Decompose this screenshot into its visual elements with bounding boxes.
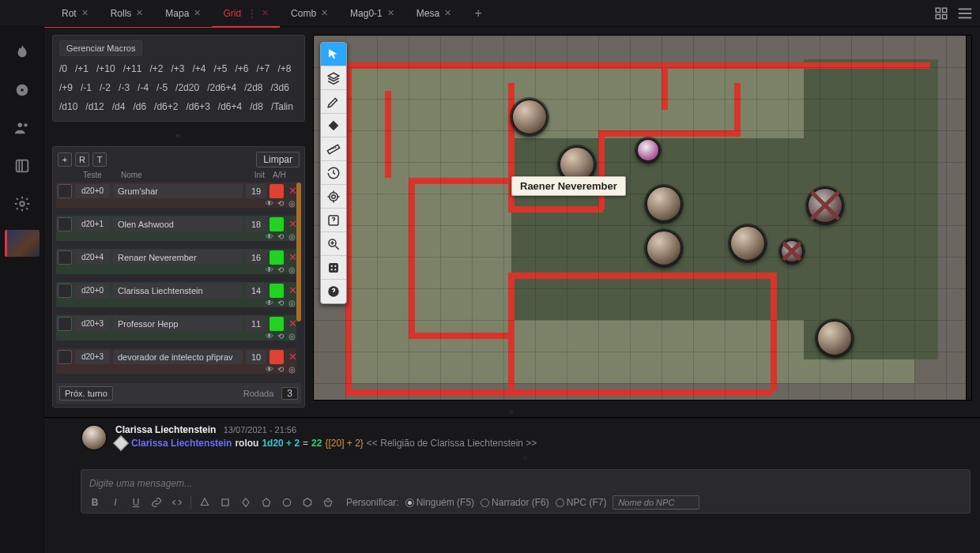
target-icon[interactable]: ◎	[287, 198, 296, 208]
format-italic-button[interactable]: I	[108, 495, 122, 510]
row-init[interactable]: 14	[246, 284, 266, 298]
macro-chip[interactable]: /-3	[119, 80, 130, 96]
initiative-row[interactable]: d20+1Olen Ashwood18✕👁⟲◎	[56, 216, 301, 241]
token-pc-4[interactable]	[816, 320, 853, 356]
macro-chip[interactable]: /0	[59, 61, 67, 77]
macro-chip[interactable]: /+10	[96, 61, 115, 77]
token-npc-1[interactable]	[511, 99, 548, 135]
next-turn-button[interactable]: Próx. turno	[59, 386, 113, 401]
tool-shapes[interactable]	[321, 114, 346, 137]
settings-icon[interactable]	[9, 191, 35, 216]
macro-chip[interactable]: /d10	[59, 99, 77, 115]
row-side-indicator[interactable]	[270, 217, 284, 231]
tool-dice[interactable]	[321, 256, 346, 280]
tool-draw[interactable]	[321, 90, 346, 114]
target-icon[interactable]: ◎	[287, 231, 296, 241]
macro-chip[interactable]: /-5	[156, 80, 168, 96]
tab-mapa[interactable]: Mapa✕	[154, 0, 212, 27]
macros-title[interactable]: Gerenciar Macros	[59, 40, 142, 56]
tool-pointer[interactable]	[321, 43, 346, 66]
macro-chip[interactable]: /-4	[138, 80, 149, 96]
target-icon[interactable]: ◎	[287, 364, 296, 374]
format-underline-button[interactable]: U	[129, 495, 143, 510]
macro-chip[interactable]: /+3	[171, 61, 184, 77]
eye-icon[interactable]: 👁	[265, 198, 274, 208]
format-code-button[interactable]	[170, 495, 184, 510]
macro-chip[interactable]: /d6	[133, 99, 146, 115]
home-flame-icon[interactable]	[9, 40, 35, 65]
macro-chip[interactable]: /+5	[213, 61, 227, 77]
token-dead-1[interactable]	[807, 187, 843, 224]
link-icon[interactable]: ⟲	[276, 231, 285, 241]
macro-chip[interactable]: /2d20	[175, 80, 199, 96]
target-icon[interactable]: ◎	[287, 298, 296, 307]
tool-layers[interactable]	[321, 66, 346, 90]
init-clear-button[interactable]: Limpar	[256, 152, 300, 167]
macro-chip[interactable]: /+6	[236, 61, 249, 77]
battle-map[interactable]: Raener Neverember	[313, 35, 972, 401]
macro-chip[interactable]: /3d6	[271, 80, 289, 96]
tab-rot[interactable]: Rot✕	[51, 0, 100, 27]
npc-name-field[interactable]: Nome do NPC	[612, 495, 699, 510]
insert-d20-icon[interactable]	[300, 495, 315, 510]
link-icon[interactable]: ⟲	[276, 331, 285, 340]
row-test[interactable]: d20+1	[75, 217, 110, 231]
macro-chip[interactable]: /+4	[192, 61, 205, 77]
macro-chip[interactable]: /+2	[149, 61, 163, 77]
row-checkbox[interactable]	[58, 217, 72, 231]
scene-thumbnail[interactable]	[5, 230, 40, 257]
insert-d100-icon[interactable]	[321, 495, 335, 510]
tab-mesa[interactable]: Mesa✕	[405, 0, 462, 27]
macro-chip[interactable]: /2d6+4	[207, 80, 236, 96]
insert-d12-icon[interactable]	[280, 495, 294, 510]
menu-icon[interactable]	[956, 5, 974, 22]
row-init[interactable]: 11	[246, 317, 266, 331]
chat-input[interactable]	[88, 475, 963, 495]
target-icon[interactable]: ◎	[287, 331, 296, 340]
eye-icon[interactable]: 👁	[265, 231, 274, 241]
macro-chip[interactable]: /2d8	[244, 80, 262, 96]
macro-chip[interactable]: /d8	[250, 99, 263, 115]
row-side-indicator[interactable]	[270, 184, 284, 198]
format-bold-button[interactable]: B	[88, 495, 102, 510]
panel-resize-grip[interactable]: ○	[52, 131, 305, 140]
library-icon[interactable]	[9, 153, 35, 179]
persona-none-radio[interactable]: Ninguém (F5)	[405, 497, 474, 508]
eye-icon[interactable]: 👁	[265, 265, 274, 274]
row-name[interactable]: Professor Hepp	[113, 317, 243, 331]
macro-chip[interactable]: /-1	[81, 80, 92, 96]
init-r-button[interactable]: R	[75, 152, 89, 167]
row-side-indicator[interactable]	[270, 284, 284, 298]
insert-d10-icon[interactable]	[259, 495, 273, 510]
row-init[interactable]: 19	[246, 184, 266, 198]
macro-chip[interactable]: /+7	[257, 61, 270, 77]
macro-chip[interactable]: /d4	[112, 99, 126, 115]
link-icon[interactable]: ⟲	[276, 364, 285, 374]
insert-d8-icon[interactable]	[239, 495, 253, 510]
token-pc-2[interactable]	[646, 230, 682, 266]
initiative-row[interactable]: d20+3devorador de intelecto připrav10✕👁⟲…	[56, 348, 301, 374]
row-checkbox[interactable]	[58, 184, 72, 198]
tool-target[interactable]	[321, 185, 346, 209]
macro-chip[interactable]: /+1	[75, 61, 89, 77]
tab-comb[interactable]: Comb✕	[280, 0, 339, 27]
row-name[interactable]: Renaer Neverember	[113, 250, 243, 265]
insert-d4-icon[interactable]	[198, 495, 212, 510]
token-pc-1[interactable]	[646, 186, 682, 222]
row-checkbox[interactable]	[58, 284, 72, 298]
macro-chip[interactable]: /d6+4	[218, 99, 242, 115]
row-checkbox[interactable]	[58, 350, 72, 364]
tool-ruler[interactable]	[321, 137, 346, 161]
eye-icon[interactable]: 👁	[265, 331, 274, 340]
token-dead-small[interactable]	[780, 239, 804, 263]
tool-help[interactable]	[321, 280, 346, 303]
row-test[interactable]: d20+0	[75, 184, 110, 198]
token-pet[interactable]	[636, 138, 660, 162]
link-icon[interactable]: ⟲	[276, 198, 285, 208]
macro-chip[interactable]: /d6+2	[154, 99, 178, 115]
macro-chip[interactable]: /d6+3	[186, 99, 209, 115]
tab-grid[interactable]: Grid⋮✕	[212, 0, 280, 27]
persona-npc-radio[interactable]: NPC (F7)	[556, 497, 607, 508]
macro-chip[interactable]: /Talin	[271, 99, 293, 115]
macro-chip[interactable]: /+11	[123, 61, 142, 77]
